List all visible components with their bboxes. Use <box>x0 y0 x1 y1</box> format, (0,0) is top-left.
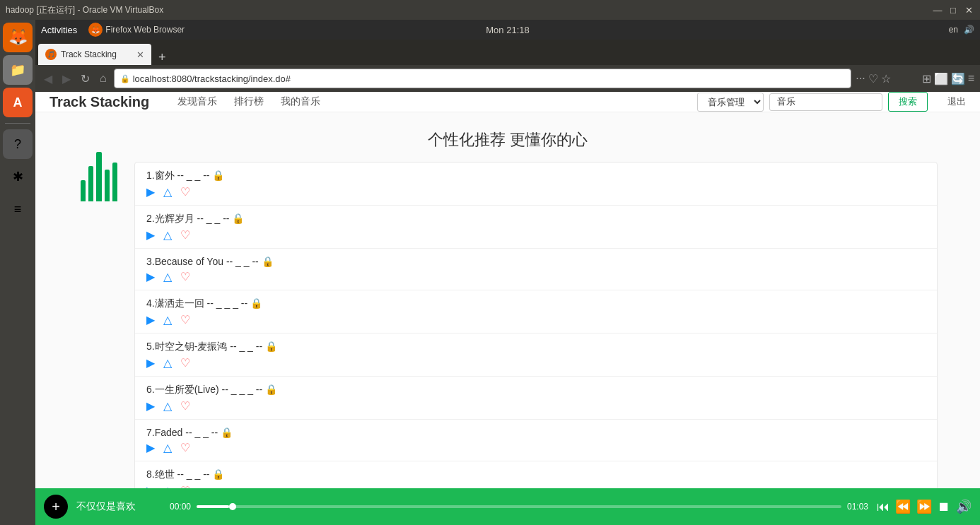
tab-close-btn[interactable]: ✕ <box>136 49 144 60</box>
ff-star-icon[interactable]: ☆ <box>881 72 891 85</box>
like-btn-5[interactable]: ♡ <box>180 358 190 369</box>
ff-screenshot-icon[interactable]: ⬜ <box>934 72 948 85</box>
dock-install-icon[interactable]: A <box>3 88 33 117</box>
upload-btn-1[interactable]: △ <box>163 187 172 198</box>
os-maximize-btn[interactable]: □ <box>947 4 959 16</box>
play-btn-3[interactable]: ▶ <box>146 271 155 283</box>
ff-bookmark-icon[interactable]: ♡ <box>868 72 878 85</box>
ts-player: + 不仅仅是喜欢 00:00 01:03 ⏮ ⏪ ⏩ ⏹ 🔊 <box>35 488 980 525</box>
song-title-1: 1.窗外 -- _ _ -- 🔒 <box>146 170 926 182</box>
play-btn-1[interactable]: ▶ <box>146 187 155 198</box>
music-mgmt-select[interactable]: 音乐管理 <box>697 93 764 112</box>
firefox-window: 🎵 Track Stacking ✕ + ◀ ▶ ↻ ⌂ 🔒 localhost… <box>35 40 980 525</box>
ts-header: Track Stacking 发现音乐 排行榜 我的音乐 音乐管理 搜索 退出 <box>35 92 980 112</box>
activities-bar: Activities 🦊 Firefox Web Browser Mon 21:… <box>35 20 980 40</box>
upload-btn-5[interactable]: △ <box>163 358 172 369</box>
os-window-controls[interactable]: — □ ✕ <box>932 4 974 16</box>
refresh-button[interactable]: ↻ <box>78 71 93 87</box>
ff-sidebar-icon[interactable]: ⊞ <box>922 72 931 85</box>
play-btn-6[interactable]: ▶ <box>146 401 155 412</box>
search-button[interactable]: 搜索 <box>888 92 928 112</box>
search-input[interactable] <box>769 93 882 111</box>
ff-menu-icon[interactable]: ≡ <box>968 72 974 85</box>
forward-button[interactable]: ▶ <box>59 71 74 87</box>
chart-bar-1 <box>81 180 86 201</box>
song-actions-3: ▶ △ ♡ <box>146 271 926 283</box>
player-time-right: 01:03 <box>847 502 868 512</box>
song-actions-2: ▶ △ ♡ <box>146 230 926 241</box>
dock-help-icon[interactable]: ? <box>3 129 33 159</box>
new-tab-btn[interactable]: + <box>153 50 172 65</box>
firefox-taskbar-btn[interactable]: 🦊 Firefox Web Browser <box>88 23 185 37</box>
dock-files-icon[interactable]: 📁 <box>3 55 33 85</box>
song-item-6: 6.一生所爱(Live) -- _ _ _ -- 🔒 ▶ △ ♡ <box>135 377 937 420</box>
os-titlebar: hadoop [正在运行] - Oracle VM VirtualBox — □… <box>0 0 980 20</box>
os-titlebar-menus: hadoop [正在运行] - Oracle VM VirtualBox <box>6 4 163 16</box>
player-progress-bar[interactable] <box>197 505 841 508</box>
player-time-left: 00:00 <box>170 502 191 512</box>
play-btn-7[interactable]: ▶ <box>146 442 155 454</box>
player-add-button[interactable]: + <box>44 495 68 519</box>
ts-song-list: 1.窗外 -- _ _ -- 🔒 ▶ △ ♡ 2.光辉岁月 -- _ _ -- … <box>134 162 938 525</box>
url-bar[interactable]: 🔒 localhost:8080/trackstacking/index.do# <box>114 69 852 88</box>
like-btn-2[interactable]: ♡ <box>180 230 190 241</box>
player-song-name: 不仅仅是喜欢 <box>76 500 161 513</box>
tab-label: Track Stacking <box>61 49 117 59</box>
dock-apps-icon[interactable]: ✱ <box>3 162 33 191</box>
like-btn-1[interactable]: ♡ <box>180 187 190 198</box>
player-stop-btn[interactable]: ⏹ <box>938 500 950 514</box>
home-button[interactable]: ⌂ <box>97 71 110 86</box>
ff-sync-icon[interactable]: 🔄 <box>951 72 965 85</box>
play-btn-5[interactable]: ▶ <box>146 358 155 369</box>
song-item-1: 1.窗外 -- _ _ -- 🔒 ▶ △ ♡ <box>135 163 937 206</box>
upload-btn-7[interactable]: △ <box>163 442 172 454</box>
song-title-3: 3.Because of You -- _ _ -- 🔒 <box>146 256 926 267</box>
os-minimize-btn[interactable]: — <box>932 4 943 16</box>
activities-button[interactable]: Activities <box>41 25 77 35</box>
chart-bar-2 <box>88 166 93 201</box>
player-prev-btn[interactable]: ⏮ <box>877 500 889 514</box>
nav-mymusic[interactable]: 我的音乐 <box>281 95 320 108</box>
like-btn-6[interactable]: ♡ <box>180 401 190 412</box>
logout-button[interactable]: 退出 <box>947 95 966 108</box>
dock-firefox-icon[interactable]: 🦊 <box>3 23 33 52</box>
upload-btn-6[interactable]: △ <box>163 401 172 412</box>
url-text: localhost:8080/trackstacking/index.do# <box>133 73 291 84</box>
ts-chart-icon <box>78 162 120 204</box>
player-progress-fill <box>197 505 229 508</box>
song-title-6: 6.一生所爱(Live) -- _ _ _ -- 🔒 <box>146 384 926 396</box>
ts-main: 个性化推荐 更懂你的心 1.窗外 -- _ _ -- 🔒 ▶ <box>35 112 980 525</box>
player-forward-btn[interactable]: ⏩ <box>916 499 932 514</box>
song-item-4: 4.潇洒走一回 -- _ _ _ -- 🔒 ▶ △ ♡ <box>135 290 937 334</box>
os-close-btn[interactable]: ✕ <box>963 4 974 16</box>
song-actions-7: ▶ △ ♡ <box>146 442 926 454</box>
ts-content-area: 1.窗外 -- _ _ -- 🔒 ▶ △ ♡ 2.光辉岁月 -- _ _ -- … <box>78 162 938 525</box>
player-progress-area: 00:00 01:03 <box>170 502 868 512</box>
player-rewind-btn[interactable]: ⏪ <box>895 499 911 514</box>
upload-btn-2[interactable]: △ <box>163 230 172 241</box>
upload-btn-4[interactable]: △ <box>163 314 172 326</box>
nav-charts[interactable]: 排行榜 <box>234 95 264 108</box>
os-title-text: hadoop [正在运行] - Oracle VM VirtualBox <box>6 4 163 16</box>
player-volume-btn[interactable]: 🔊 <box>956 499 972 514</box>
volume-icon[interactable]: 🔊 <box>964 25 974 35</box>
song-item-3: 3.Because of You -- _ _ -- 🔒 ▶ △ ♡ <box>135 249 937 290</box>
play-btn-2[interactable]: ▶ <box>146 230 155 241</box>
like-btn-4[interactable]: ♡ <box>180 314 190 326</box>
nav-discover[interactable]: 发现音乐 <box>177 95 217 108</box>
ff-options-icon[interactable]: ··· <box>856 72 865 85</box>
like-btn-3[interactable]: ♡ <box>180 271 190 283</box>
back-button[interactable]: ◀ <box>41 71 55 87</box>
play-btn-4[interactable]: ▶ <box>146 314 155 326</box>
ff-tab-trackstacking[interactable]: 🎵 Track Stacking ✕ <box>38 44 151 65</box>
dock-menu-icon[interactable]: ≡ <box>3 194 33 224</box>
page-content: Track Stacking 发现音乐 排行榜 我的音乐 音乐管理 搜索 退出 … <box>35 92 980 525</box>
song-actions-6: ▶ △ ♡ <box>146 401 926 412</box>
song-item-2: 2.光辉岁月 -- _ _ -- 🔒 ▶ △ ♡ <box>135 206 937 249</box>
upload-btn-3[interactable]: △ <box>163 271 172 283</box>
song-title-2: 2.光辉岁月 -- _ _ -- 🔒 <box>146 213 926 225</box>
ff-nav-right-icons: ··· ♡ ☆ ⊞ ⬜ 🔄 ≡ <box>856 72 974 85</box>
like-btn-7[interactable]: ♡ <box>180 442 190 454</box>
song-actions-4: ▶ △ ♡ <box>146 314 926 326</box>
song-title-7: 7.Faded -- _ _ -- 🔒 <box>146 427 926 438</box>
